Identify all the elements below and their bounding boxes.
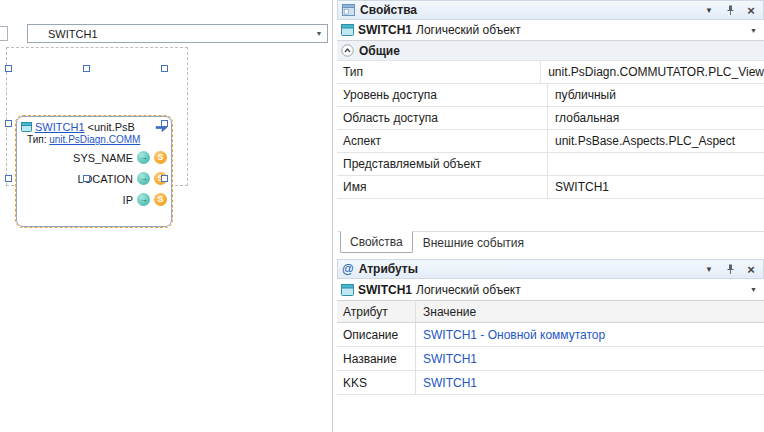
group-header-label: Общие <box>359 44 400 58</box>
panel-splitter[interactable] <box>332 0 333 432</box>
attribute-row-title: Название SWITCH1 <box>337 347 764 371</box>
port-row-ip: IP → S <box>17 189 171 210</box>
pin-button[interactable] <box>722 3 738 17</box>
selector-dropdown-icon[interactable]: ▼ <box>750 27 760 34</box>
selected-object-kind: Логический объект <box>416 283 521 297</box>
attribute-value[interactable]: SWITCH1 <box>415 371 764 394</box>
attributes-object-selector[interactable]: SWITCH1 Логический объект ▼ <box>337 279 764 301</box>
signal-badge-icon[interactable]: S <box>154 193 167 206</box>
switch-widget[interactable]: SWITCH1 <unit.PsB Тип: unit.PsDiagn.COMM… <box>16 116 172 227</box>
object-combobox-value: SWITCH1 <box>28 28 98 40</box>
column-header-value: Значение <box>415 301 764 322</box>
property-label: Аспект <box>337 130 547 152</box>
property-value[interactable]: unit.PsDiagn.COMMUTATOR.PLC_View <box>540 61 764 83</box>
selected-object-kind: Логический объект <box>416 23 521 37</box>
property-row-name: Имя SWITCH1 <box>337 176 764 199</box>
port-row-sys-name: SYS_NAME → S <box>17 147 171 168</box>
port-row-location: LOCATION → S <box>17 168 171 189</box>
property-value[interactable] <box>547 153 764 175</box>
widget-type-label: Тип: <box>27 134 46 145</box>
widget-port-list: SYS_NAME → S LOCATION → S IP → S <box>17 147 171 210</box>
widget-type-link[interactable]: unit.PsDiagn.COMM <box>49 134 140 145</box>
attribute-value[interactable]: SWITCH1 <box>415 347 764 370</box>
resize-handle-top-middle[interactable] <box>83 65 90 72</box>
group-header-general[interactable]: Общие <box>337 41 764 61</box>
selected-object-name: SWITCH1 <box>358 23 412 37</box>
widget-icon <box>21 122 32 132</box>
widget-title-link[interactable]: SWITCH1 <box>35 121 85 133</box>
widget-header: SWITCH1 <unit.PsB <box>17 120 171 133</box>
attribute-label: Название <box>337 347 415 370</box>
property-value[interactable]: unit.PsBase.Aspects.PLC_Aspect <box>547 130 764 152</box>
tab-properties[interactable]: Свойства <box>340 231 413 253</box>
attributes-panel-icon: @ <box>342 262 354 276</box>
column-header-attribute: Атрибут <box>337 301 415 322</box>
properties-grid: Тип unit.PsDiagn.COMMUTATOR.PLC_View Уро… <box>337 61 764 199</box>
logic-object-icon <box>341 24 354 36</box>
attribute-label: KKS <box>337 371 415 394</box>
clipped-control <box>0 26 8 41</box>
widget-type-suffix: <unit.PsB <box>88 121 135 133</box>
attributes-panel-title: Атрибуты <box>359 262 696 276</box>
close-button[interactable]: × <box>743 262 759 276</box>
property-row-access-level: Уровень доступа публичный <box>337 84 764 107</box>
selector-dropdown-icon[interactable]: ▼ <box>750 286 760 293</box>
properties-panel-titlebar: Свойства ▼ × <box>337 0 764 20</box>
collapse-chevron-icon[interactable] <box>341 44 354 57</box>
port-label: LOCATION <box>17 173 133 185</box>
output-port-icon[interactable]: → <box>137 172 150 185</box>
combobox-dropdown-icon[interactable]: ▼ <box>311 25 327 42</box>
property-row-access-scope: Область доступа глобальная <box>337 107 764 130</box>
property-value[interactable]: SWITCH1 <box>547 176 764 198</box>
attribute-row-kks: KKS SWITCH1 <box>337 371 764 395</box>
logic-object-icon <box>341 284 354 296</box>
property-label: Представляемый объект <box>337 153 547 175</box>
tab-external-events[interactable]: Внешние события <box>413 232 534 253</box>
property-label: Уровень доступа <box>337 84 547 106</box>
attribute-label: Описание <box>337 323 415 346</box>
attribute-row-description: Описание SWITCH1 - Оновной коммутатор <box>337 323 764 347</box>
resize-handle-bottom-middle[interactable] <box>83 175 90 182</box>
property-row-type: Тип unit.PsDiagn.COMMUTATOR.PLC_View <box>337 61 764 84</box>
property-label: Область доступа <box>337 107 547 129</box>
property-label: Тип <box>337 61 540 83</box>
pin-button[interactable] <box>722 262 738 276</box>
diagram-canvas[interactable]: SWITCH1 ▼ SWITCH1 <unit.PsB Тип: unit.Ps… <box>0 0 332 432</box>
property-row-aspect: Аспект unit.PsBase.Aspects.PLC_Aspect <box>337 130 764 153</box>
resize-handle-top-left[interactable] <box>5 65 12 72</box>
window-menu-button[interactable]: ▼ <box>701 262 717 276</box>
property-row-represented-object: Представляемый объект <box>337 153 764 176</box>
attribute-value[interactable]: SWITCH1 - Оновной коммутатор <box>415 323 764 346</box>
output-port-icon[interactable]: → <box>137 193 150 206</box>
port-label: IP <box>17 194 133 206</box>
properties-object-selector[interactable]: SWITCH1 Логический объект ▼ <box>337 20 764 41</box>
window-menu-button[interactable]: ▼ <box>701 3 717 17</box>
dock-panel-column: Свойства ▼ × SWITCH1 Логический объект ▼… <box>337 0 764 432</box>
resize-handle-bottom-left[interactable] <box>5 175 12 182</box>
port-label: SYS_NAME <box>17 152 133 164</box>
resize-handle-middle-left[interactable] <box>5 120 12 127</box>
signal-badge-icon[interactable]: S <box>154 151 167 164</box>
widget-type-line: Тип: unit.PsDiagn.COMM <box>17 134 171 145</box>
output-port-icon[interactable]: → <box>137 151 150 164</box>
resize-handle-bottom-right[interactable] <box>161 175 168 182</box>
application-window: SWITCH1 ▼ SWITCH1 <unit.PsB Тип: unit.Ps… <box>0 0 764 432</box>
properties-panel-title: Свойства <box>360 3 696 17</box>
attributes-panel-titlebar: @ Атрибуты ▼ × <box>337 259 764 279</box>
property-value[interactable]: публичный <box>547 84 764 106</box>
attributes-grid: Атрибут Значение Описание SWITCH1 - Онов… <box>337 301 764 395</box>
properties-panel-icon <box>342 4 355 16</box>
resize-handle-middle-right[interactable] <box>161 120 168 127</box>
close-button[interactable]: × <box>743 3 759 17</box>
property-label: Имя <box>337 176 547 198</box>
property-value[interactable]: глобальная <box>547 107 764 129</box>
properties-tabstrip: Свойства Внешние события <box>337 231 764 253</box>
attributes-header-row: Атрибут Значение <box>337 301 764 323</box>
resize-handle-top-right[interactable] <box>161 65 168 72</box>
selected-object-name: SWITCH1 <box>358 283 412 297</box>
object-combobox[interactable]: SWITCH1 ▼ <box>27 24 328 43</box>
